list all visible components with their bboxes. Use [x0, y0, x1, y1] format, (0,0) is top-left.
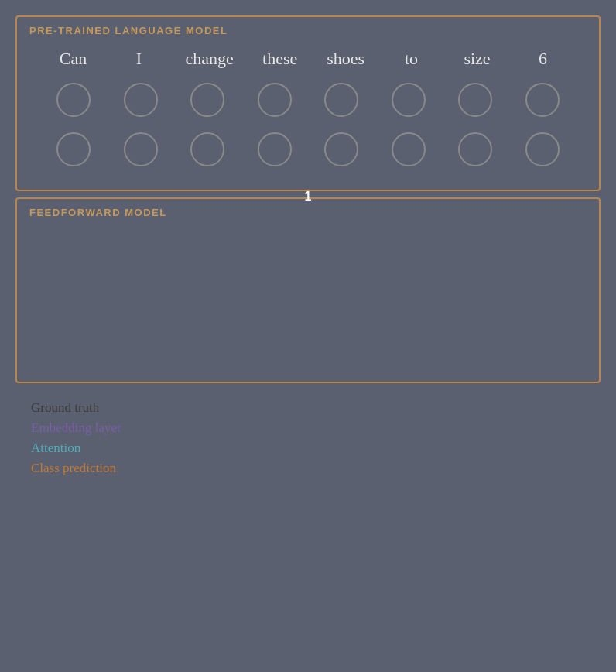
circle-1-2 [124, 83, 158, 117]
circle-1-3 [190, 83, 224, 117]
circle-2-8 [525, 132, 560, 166]
feedforward-panel: FEEDFORWARD MODEL [15, 197, 601, 383]
word-6: 6 [523, 49, 562, 69]
word-i: I [119, 49, 158, 69]
circle-1-8 [525, 83, 560, 117]
circle-2-7 [458, 132, 492, 166]
word-to: to [392, 49, 431, 69]
legend-embedding-label: Embedding layer [31, 420, 121, 435]
circle-2-5 [324, 132, 358, 166]
legend-class-prediction: Class prediction [31, 461, 585, 476]
circle-1-1 [56, 83, 91, 117]
legend-ground-truth: Ground truth [31, 400, 585, 416]
step-label: 1 [305, 190, 312, 204]
pretrained-panel-title: PRE-TRAINED LANGUAGE MODEL [17, 17, 599, 39]
circle-2-1 [56, 132, 91, 166]
circles-row-2 [17, 125, 599, 174]
circle-1-7 [458, 83, 492, 117]
legend-attention-label: Attention [31, 441, 80, 455]
word-can: Can [53, 49, 92, 69]
circle-2-6 [392, 132, 426, 166]
circle-2-2 [124, 132, 158, 166]
word-these: these [261, 49, 299, 69]
legend-embedding: Embedding layer [31, 420, 585, 436]
legend-class-prediction-label: Class prediction [31, 461, 116, 475]
circle-1-5 [324, 83, 358, 117]
word-shoes: shoes [327, 49, 365, 69]
circle-1-6 [392, 83, 426, 117]
word-change: change [185, 49, 233, 69]
sentence-row: Can I change these shoes to size 6 [17, 39, 599, 75]
circle-2-4 [258, 132, 292, 166]
pretrained-panel: PRE-TRAINED LANGUAGE MODEL Can I change … [15, 15, 601, 191]
legend: Ground truth Embedding layer Attention C… [15, 389, 601, 492]
circles-row-1 [17, 75, 599, 125]
circle-1-4 [258, 83, 292, 117]
legend-ground-truth-label: Ground truth [31, 400, 99, 415]
circle-2-3 [190, 132, 224, 166]
legend-attention: Attention [31, 441, 585, 456]
word-size: size [457, 49, 496, 69]
